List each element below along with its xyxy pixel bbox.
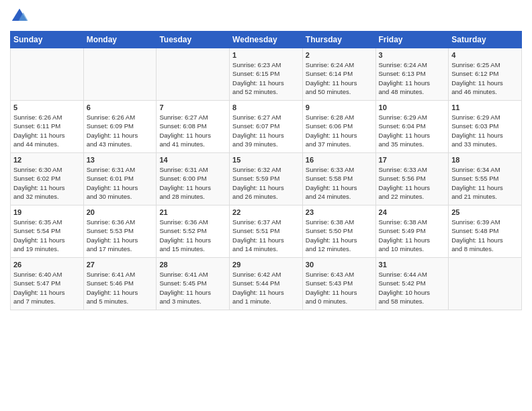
calendar-cell <box>157 48 230 101</box>
day-number: 19 <box>13 208 81 216</box>
calendar-cell: 19Sunrise: 6:35 AM Sunset: 5:54 PM Dayli… <box>11 205 84 258</box>
calendar-cell: 18Sunrise: 6:34 AM Sunset: 5:55 PM Dayli… <box>449 153 522 205</box>
weekday-header-tuesday: Tuesday <box>157 32 230 48</box>
day-info: Sunrise: 6:39 AM Sunset: 5:48 PM Dayligh… <box>451 218 519 253</box>
day-info: Sunrise: 6:36 AM Sunset: 5:52 PM Dayligh… <box>159 218 226 253</box>
day-number: 22 <box>232 208 300 216</box>
weekday-header-row: SundayMondayTuesdayWednesdayThursdayFrid… <box>11 32 522 48</box>
day-number: 20 <box>87 208 154 216</box>
day-number: 27 <box>87 261 154 269</box>
day-number: 3 <box>379 51 446 59</box>
calendar-week-2: 5Sunrise: 6:26 AM Sunset: 6:11 PM Daylig… <box>11 101 522 153</box>
day-info: Sunrise: 6:23 AM Sunset: 6:15 PM Dayligh… <box>232 60 300 96</box>
day-info: Sunrise: 6:27 AM Sunset: 6:08 PM Dayligh… <box>159 113 226 148</box>
calendar-cell: 24Sunrise: 6:38 AM Sunset: 5:49 PM Dayli… <box>375 205 449 258</box>
day-number: 5 <box>13 103 81 111</box>
day-info: Sunrise: 6:42 AM Sunset: 5:44 PM Dayligh… <box>232 270 300 306</box>
day-info: Sunrise: 6:25 AM Sunset: 6:12 PM Dayligh… <box>451 60 519 96</box>
calendar-week-1: 1Sunrise: 6:23 AM Sunset: 6:15 PM Daylig… <box>11 48 522 101</box>
calendar-cell: 10Sunrise: 6:29 AM Sunset: 6:04 PM Dayli… <box>375 101 449 153</box>
day-number: 12 <box>13 156 81 164</box>
day-number: 17 <box>379 156 446 164</box>
calendar-cell: 3Sunrise: 6:24 AM Sunset: 6:13 PM Daylig… <box>375 48 449 101</box>
day-info: Sunrise: 6:38 AM Sunset: 5:49 PM Dayligh… <box>379 218 446 253</box>
day-number: 28 <box>159 261 226 269</box>
day-info: Sunrise: 6:41 AM Sunset: 5:46 PM Dayligh… <box>87 270 154 306</box>
calendar-cell: 4Sunrise: 6:25 AM Sunset: 6:12 PM Daylig… <box>449 48 522 101</box>
calendar-cell: 22Sunrise: 6:37 AM Sunset: 5:51 PM Dayli… <box>230 205 303 258</box>
weekday-header-saturday: Saturday <box>449 32 522 48</box>
day-info: Sunrise: 6:26 AM Sunset: 6:09 PM Dayligh… <box>87 113 154 148</box>
day-number: 26 <box>13 261 81 269</box>
calendar-cell: 25Sunrise: 6:39 AM Sunset: 5:48 PM Dayli… <box>449 205 522 258</box>
weekday-header-monday: Monday <box>83 32 157 48</box>
day-info: Sunrise: 6:29 AM Sunset: 6:04 PM Dayligh… <box>379 113 446 148</box>
day-number: 4 <box>451 51 519 59</box>
day-number: 9 <box>306 103 373 111</box>
weekday-header-thursday: Thursday <box>302 32 375 48</box>
header <box>10 7 522 26</box>
day-info: Sunrise: 6:24 AM Sunset: 6:14 PM Dayligh… <box>306 60 373 96</box>
calendar-cell: 27Sunrise: 6:41 AM Sunset: 5:46 PM Dayli… <box>83 258 157 310</box>
calendar-cell: 14Sunrise: 6:31 AM Sunset: 6:00 PM Dayli… <box>157 153 230 205</box>
day-number: 7 <box>159 103 226 111</box>
day-info: Sunrise: 6:26 AM Sunset: 6:11 PM Dayligh… <box>13 113 81 148</box>
day-number: 1 <box>232 51 300 59</box>
calendar-cell: 13Sunrise: 6:31 AM Sunset: 6:01 PM Dayli… <box>83 153 157 205</box>
day-number: 15 <box>232 156 300 164</box>
calendar-table: SundayMondayTuesdayWednesdayThursdayFrid… <box>10 31 522 310</box>
weekday-header-sunday: Sunday <box>11 32 84 48</box>
calendar-cell: 2Sunrise: 6:24 AM Sunset: 6:14 PM Daylig… <box>302 48 375 101</box>
calendar-week-3: 12Sunrise: 6:30 AM Sunset: 6:02 PM Dayli… <box>11 153 522 205</box>
day-number: 23 <box>306 208 373 216</box>
calendar-cell: 28Sunrise: 6:41 AM Sunset: 5:45 PM Dayli… <box>157 258 230 310</box>
day-info: Sunrise: 6:32 AM Sunset: 5:59 PM Dayligh… <box>232 165 300 201</box>
day-info: Sunrise: 6:35 AM Sunset: 5:54 PM Dayligh… <box>13 218 81 253</box>
calendar-cell: 17Sunrise: 6:33 AM Sunset: 5:56 PM Dayli… <box>375 153 449 205</box>
calendar-cell: 15Sunrise: 6:32 AM Sunset: 5:59 PM Dayli… <box>230 153 303 205</box>
calendar-cell: 16Sunrise: 6:33 AM Sunset: 5:58 PM Dayli… <box>302 153 375 205</box>
logo <box>10 7 32 26</box>
calendar-cell: 1Sunrise: 6:23 AM Sunset: 6:15 PM Daylig… <box>230 48 303 101</box>
day-info: Sunrise: 6:34 AM Sunset: 5:55 PM Dayligh… <box>451 165 519 201</box>
weekday-header-friday: Friday <box>375 32 449 48</box>
day-info: Sunrise: 6:33 AM Sunset: 5:58 PM Dayligh… <box>306 165 373 201</box>
day-info: Sunrise: 6:31 AM Sunset: 6:00 PM Dayligh… <box>159 165 226 201</box>
day-number: 18 <box>451 156 519 164</box>
day-number: 10 <box>379 103 446 111</box>
calendar-cell <box>83 48 157 101</box>
calendar-cell: 31Sunrise: 6:44 AM Sunset: 5:42 PM Dayli… <box>375 258 449 310</box>
logo-icon <box>10 7 29 26</box>
day-number: 21 <box>159 208 226 216</box>
day-info: Sunrise: 6:41 AM Sunset: 5:45 PM Dayligh… <box>159 270 226 306</box>
day-info: Sunrise: 6:31 AM Sunset: 6:01 PM Dayligh… <box>87 165 154 201</box>
day-number: 14 <box>159 156 226 164</box>
day-info: Sunrise: 6:30 AM Sunset: 6:02 PM Dayligh… <box>13 165 81 201</box>
calendar-cell: 6Sunrise: 6:26 AM Sunset: 6:09 PM Daylig… <box>83 101 157 153</box>
calendar-cell: 5Sunrise: 6:26 AM Sunset: 6:11 PM Daylig… <box>11 101 84 153</box>
day-number: 13 <box>87 156 154 164</box>
day-number: 2 <box>306 51 373 59</box>
day-info: Sunrise: 6:29 AM Sunset: 6:03 PM Dayligh… <box>451 113 519 148</box>
day-number: 6 <box>87 103 154 111</box>
calendar-cell: 26Sunrise: 6:40 AM Sunset: 5:47 PM Dayli… <box>11 258 84 310</box>
weekday-header-wednesday: Wednesday <box>230 32 303 48</box>
day-number: 25 <box>451 208 519 216</box>
calendar-cell: 30Sunrise: 6:43 AM Sunset: 5:43 PM Dayli… <box>302 258 375 310</box>
calendar-cell: 23Sunrise: 6:38 AM Sunset: 5:50 PM Dayli… <box>302 205 375 258</box>
calendar-cell: 9Sunrise: 6:28 AM Sunset: 6:06 PM Daylig… <box>302 101 375 153</box>
day-number: 8 <box>232 103 300 111</box>
day-number: 24 <box>379 208 446 216</box>
calendar-cell: 8Sunrise: 6:27 AM Sunset: 6:07 PM Daylig… <box>230 101 303 153</box>
day-number: 16 <box>306 156 373 164</box>
day-info: Sunrise: 6:24 AM Sunset: 6:13 PM Dayligh… <box>379 60 446 96</box>
day-number: 11 <box>451 103 519 111</box>
calendar-cell <box>449 258 522 310</box>
day-number: 30 <box>306 261 373 269</box>
day-info: Sunrise: 6:40 AM Sunset: 5:47 PM Dayligh… <box>13 270 81 306</box>
day-number: 31 <box>379 261 446 269</box>
day-info: Sunrise: 6:38 AM Sunset: 5:50 PM Dayligh… <box>306 218 373 253</box>
calendar-cell: 21Sunrise: 6:36 AM Sunset: 5:52 PM Dayli… <box>157 205 230 258</box>
calendar-cell: 12Sunrise: 6:30 AM Sunset: 6:02 PM Dayli… <box>11 153 84 205</box>
day-info: Sunrise: 6:28 AM Sunset: 6:06 PM Dayligh… <box>306 113 373 148</box>
